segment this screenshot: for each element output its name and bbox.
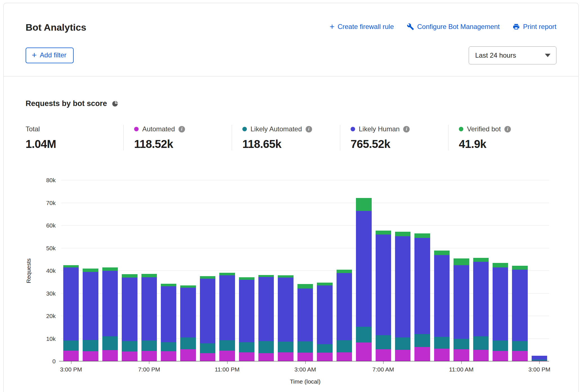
verified-bot-segment [122,274,137,278]
chart-bar-800pm[interactable] [159,180,178,361]
configure-bot-management-link[interactable]: Configure Bot Management [407,23,500,31]
likely-automated-segment [83,340,98,351]
automated-segment [356,343,371,361]
verified-bot-segment [434,251,450,255]
likely-human-segment [297,289,313,341]
info-icon[interactable]: i [306,126,312,132]
automated-segment [337,352,352,361]
chart-bar-300pm[interactable] [530,180,549,361]
chart-bar-1100pm[interactable] [217,180,237,361]
chart-bar-100am[interactable] [256,180,276,361]
legend-dot [459,127,463,131]
x-tick [539,361,540,364]
info-icon[interactable]: i [504,126,511,132]
verified-bot-segment [161,284,176,286]
add-filter-button[interactable]: + Add filter [26,48,74,63]
legend-dot [351,127,355,131]
chevron-down-icon [545,54,551,57]
automated-segment [297,353,313,361]
x-tick-label: 3:00 PM [60,366,82,373]
bot-analytics-card: Bot Analytics + Create firewall rule Con… [3,3,579,392]
chart-bar-1100am[interactable] [452,180,471,361]
automated-segment [239,352,254,361]
y-tick-label: 70k [46,200,56,206]
pie-chart-icon [111,100,119,107]
chart-bar-400am[interactable] [315,180,334,361]
chart-bar-400pm[interactable] [81,180,100,361]
create-firewall-rule-label: Create firewall rule [338,23,394,31]
chart-bar-200am[interactable] [276,180,295,361]
y-tick-label: 80k [46,177,56,184]
x-tick [383,361,384,364]
verified-bot-segment [454,258,469,265]
automated-segment [434,349,450,361]
chart-bar-900pm[interactable] [178,180,198,361]
print-report-link[interactable]: Print report [513,23,556,31]
chart-bar-800am[interactable] [393,180,412,361]
verified-bot-segment [297,284,313,289]
likely-human-segment [473,262,489,337]
y-tick-label: 40k [46,267,56,274]
stat-total-value: 1.04M [26,138,123,150]
printer-icon [513,23,520,30]
verified-bot-segment [63,265,79,267]
x-tick [305,361,306,364]
automated-segment [414,347,430,361]
x-tick [71,361,71,364]
chart-bar-200pm[interactable] [510,180,529,361]
likely-automated-segment [161,342,176,351]
likely-automated-segment [219,340,235,351]
likely-automated-segment [395,337,410,350]
likely-human-segment [122,278,137,341]
likely-automated-segment [493,341,508,351]
chart-bar-1000am[interactable] [432,180,452,361]
automated-segment [376,349,391,361]
chart-bar-300pm[interactable] [61,180,81,361]
add-filter-label: Add filter [40,51,67,59]
chart-bar-600am[interactable] [354,180,373,361]
x-tick [461,361,462,364]
automated-segment [258,353,274,361]
y-tick-label: 60k [46,222,56,229]
chart-bar-600pm[interactable] [120,180,139,361]
requests-chart: Requests Time (local) 010k20k30k40k50k60… [61,180,549,361]
create-firewall-rule-link[interactable]: + Create firewall rule [330,23,394,31]
x-axis-title: Time (local) [290,378,321,385]
automated-segment [454,349,469,361]
stat-value: 765.52k [351,138,448,150]
time-range-select[interactable]: Last 24 hours [469,46,556,64]
x-tick-label: 7:00 PM [138,366,160,373]
automated-segment [122,352,137,361]
chart-bar-1200am[interactable] [237,180,256,361]
chart-bar-100pm[interactable] [491,180,510,361]
verified-bot-segment [473,258,489,262]
likely-automated-segment [102,336,118,350]
verified-bot-segment [512,266,527,270]
stat-likely-human: Likely Human i 765.52k [340,125,448,150]
chart-bar-1200pm[interactable] [471,180,491,361]
stats-row: Total 1.04M Automated i 118.52k Likely A… [26,125,556,150]
header: Bot Analytics + Create firewall rule Con… [4,3,578,76]
chart-bar-500am[interactable] [335,180,354,361]
section-title: Requests by bot score [26,99,107,108]
chart-bar-500pm[interactable] [100,180,120,361]
info-icon[interactable]: i [179,126,185,132]
chart-bar-1000pm[interactable] [198,180,217,361]
y-axis-title: Requests [24,243,33,299]
chart-bar-700pm[interactable] [139,180,159,361]
x-tick-label: 11:00 AM [449,366,473,373]
likely-automated-segment [337,340,352,352]
stat-verified-bot: Verified bot i 41.9k [448,125,556,150]
automated-segment [63,351,79,361]
plus-icon: + [330,23,335,30]
verified-bot-segment [395,232,410,236]
verified-bot-segment [356,198,371,211]
chart-bar-300am[interactable] [295,180,315,361]
chart-bar-700am[interactable] [374,180,393,361]
info-icon[interactable]: i [403,126,410,132]
x-tick-label: 3:00 AM [294,366,316,373]
likely-automated-segment [141,341,157,351]
likely-automated-segment [317,344,332,353]
chart-bar-900am[interactable] [412,180,432,361]
likely-human-segment [200,279,215,343]
